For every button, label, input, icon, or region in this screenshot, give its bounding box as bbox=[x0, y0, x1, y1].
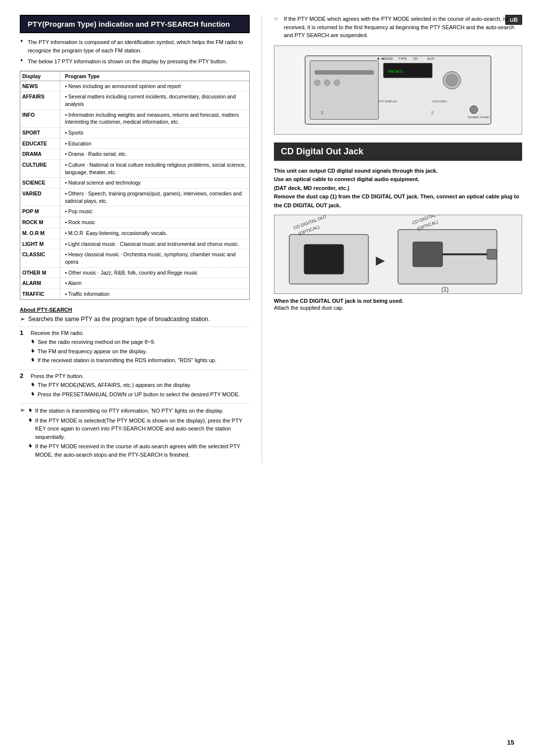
when-not-used: When the CD DIGITAL OUT jack is not bein… bbox=[274, 298, 522, 304]
pty-search-section: About PTY-SEARCH ➢ Searches the same PTY… bbox=[20, 307, 250, 459]
pty-table-row: DRAMA• Drama · Radio serial, etc. bbox=[20, 149, 249, 160]
device-svg: FM 98.5 2 2 BAND TYPE CD AUX ◄ ► PTY DIS… bbox=[274, 46, 522, 134]
svg-text:(1): (1) bbox=[442, 286, 449, 293]
pty-table-row: ALARM• Alarm bbox=[20, 278, 249, 289]
col-display-header: Display bbox=[20, 71, 60, 81]
svg-text:PTY DISPLAY: PTY DISPLAY bbox=[378, 99, 397, 102]
pty-table-row: INFO• Information including weights and … bbox=[20, 109, 249, 127]
pty-display-cell: LIGHT M bbox=[20, 238, 60, 249]
step-number: 1 bbox=[20, 329, 27, 336]
pty-program-cell: • Sports bbox=[60, 127, 249, 138]
pty-program-cell: • Culture · National or local culture in… bbox=[60, 160, 249, 178]
step-bullet: ✦See the radio receiving method on the p… bbox=[31, 338, 250, 346]
step-bullet: ✦The FM and frequency appear on the disp… bbox=[31, 347, 250, 356]
pty-program-cell: • Several matters including current inci… bbox=[60, 92, 249, 109]
pty-table-container: Display Program Type NEWS• News includin… bbox=[20, 71, 250, 300]
svg-text:◄ ►: ◄ ► bbox=[376, 56, 385, 60]
pty-display-cell: ROCK M bbox=[20, 217, 60, 228]
svg-rect-31 bbox=[487, 249, 497, 259]
pty-table-row: CULTURE• Culture · National or local cul… bbox=[20, 160, 249, 178]
pty-table-row: M. O.R M• M.O.R ·Easy-listening, occasio… bbox=[20, 228, 249, 238]
step-bullet: ✦Press the PRESET/MANUAL DOWN or UP butt… bbox=[31, 390, 250, 399]
step-bullet: ✦The PTY MODE(NEWS, AFFAIRS, etc.) appea… bbox=[31, 381, 250, 389]
arrow-right-icon: ➢ bbox=[20, 315, 25, 323]
intro-bullet-1: The PTY information is composed of an id… bbox=[20, 38, 250, 54]
pty-program-cell: • Natural science and technology bbox=[60, 178, 249, 189]
svg-rect-24 bbox=[304, 244, 344, 274]
cd-digital-section: CD Digital Out Jack This unit can output… bbox=[274, 142, 522, 311]
pty-table-row: TRAFFIC• Traffic information bbox=[20, 288, 249, 299]
pty-display-cell: M. O.R M bbox=[20, 228, 60, 238]
left-section-title: PTY(Program Type) indication and PTY-SEA… bbox=[20, 15, 250, 33]
when-not-used-title: When the CD DIGITAL OUT jack is not bein… bbox=[274, 298, 403, 304]
pty-program-cell: • News including an announced opinion an… bbox=[60, 81, 249, 92]
cd-title-text: CD Digital Out Jack bbox=[281, 146, 363, 156]
cd-intro-line-2: Use an optical cable to connect digital … bbox=[274, 175, 522, 184]
right-col-wrapper: GB If the PTY MODE which agrees with the… bbox=[274, 15, 522, 40]
svg-text:FM 98.5: FM 98.5 bbox=[388, 69, 403, 74]
pty-display-cell: POP M bbox=[20, 206, 60, 217]
svg-rect-29 bbox=[413, 242, 443, 267]
svg-point-19 bbox=[470, 105, 478, 113]
pty-display-cell: VARIED bbox=[20, 189, 60, 206]
svg-point-4 bbox=[324, 80, 330, 86]
cd-intro-line-4: Remove the dust cap (1) from the CD DIGI… bbox=[274, 192, 522, 210]
pty-program-cell: • Pop music bbox=[60, 206, 249, 217]
page-layout: PTY(Program Type) indication and PTY-SEA… bbox=[20, 15, 514, 463]
pty-table-row: LIGHT M• Light classical music · Classic… bbox=[20, 238, 249, 249]
col-program-header: Program Type bbox=[60, 71, 249, 81]
svg-text:2: 2 bbox=[321, 110, 323, 115]
pty-display-cell: NEWS bbox=[20, 81, 60, 92]
pty-display-cell: EDUCATE bbox=[20, 138, 60, 149]
pty-table-row: VARIED• Others · Speech, training progra… bbox=[20, 189, 249, 206]
step-item: 1 Receive the FM radio. ✦See the radio r… bbox=[20, 327, 250, 366]
svg-text:SYNCHRO: SYNCHRO bbox=[432, 99, 447, 102]
pty-table-row: EDUCATE• Education bbox=[20, 138, 249, 149]
pty-note-arrow: ➢ ✦If the station is transmitting no PTY… bbox=[20, 407, 250, 459]
step-main: Press the PTY button. bbox=[31, 372, 250, 380]
pty-search-title: About PTY-SEARCH bbox=[20, 307, 250, 313]
pty-table: Display Program Type NEWS• News includin… bbox=[20, 71, 249, 299]
pty-program-cell: • Drama · Radio serial, etc. bbox=[60, 149, 249, 160]
pty-search-text: Searches the same PTY as the program typ… bbox=[28, 316, 210, 323]
svg-point-5 bbox=[334, 80, 340, 86]
intro-bullet-2: The below 17 PTY information is shown on… bbox=[20, 57, 250, 66]
svg-rect-1 bbox=[310, 60, 378, 119]
attach-note: Attach the supplied dust cap. bbox=[274, 305, 522, 311]
pty-program-cell: • Alarm bbox=[60, 278, 249, 289]
pty-program-cell: • Rock music bbox=[60, 217, 249, 228]
pty-display-cell: SCIENCE bbox=[20, 178, 60, 189]
pty-display-cell: ALARM bbox=[20, 278, 60, 289]
right-note: If the PTY MODE which agrees with the PT… bbox=[274, 15, 522, 40]
cd-intro-line-1: This unit can output CD digital sound si… bbox=[274, 167, 522, 176]
pty-table-row: AFFAIRS• Several matters including curre… bbox=[20, 92, 249, 109]
svg-point-3 bbox=[314, 80, 320, 86]
arrow-note-icon: ➢ bbox=[20, 406, 25, 414]
device-image: FM 98.5 2 2 BAND TYPE CD AUX ◄ ► PTY DIS… bbox=[274, 46, 522, 135]
pty-display-cell: DRAMA bbox=[20, 149, 60, 160]
pty-note-text: ✦If the station is transmitting no PTY i… bbox=[28, 407, 250, 459]
cd-intro-line-3: (DAT deck, MD recorder, etc.) bbox=[274, 184, 522, 193]
pty-table-row: ROCK M• Rock music bbox=[20, 217, 249, 228]
pty-program-cell: • Traffic information bbox=[60, 288, 249, 299]
left-column: PTY(Program Type) indication and PTY-SEA… bbox=[20, 15, 262, 463]
pty-display-cell: CLASSIC bbox=[20, 249, 60, 267]
svg-text:▶: ▶ bbox=[376, 253, 385, 267]
step-main: Receive the FM radio. bbox=[31, 329, 250, 337]
step-item: 2 Press the PTY button. ✦The PTY MODE(NE… bbox=[20, 370, 250, 400]
pty-table-row: CLASSIC• Heavy classical music · Orchest… bbox=[20, 249, 249, 267]
svg-text:AUX: AUX bbox=[427, 56, 435, 60]
pty-program-cell: • Light classical music · Classical musi… bbox=[60, 238, 249, 249]
pty-display-cell: CULTURE bbox=[20, 160, 60, 178]
pty-table-row: POP M• Pop music bbox=[20, 206, 249, 217]
step-content: Press the PTY button. ✦The PTY MODE(NEWS… bbox=[31, 372, 250, 400]
svg-rect-2 bbox=[315, 70, 374, 74]
step-bullet: ✦If the received station is transmitting… bbox=[31, 356, 250, 365]
page-number: 15 bbox=[507, 739, 514, 746]
pty-program-cell: • Heavy classical music · Orchestra musi… bbox=[60, 249, 249, 267]
pty-program-cell: • Information including weights and meas… bbox=[60, 109, 249, 127]
connector-svg: CD DIGITAL OUT (OPTICAL) ▶ CD DIGITAL OU… bbox=[274, 215, 522, 294]
pty-program-cell: • Education bbox=[60, 138, 249, 149]
step-number: 2 bbox=[20, 372, 27, 379]
pty-display-cell: INFO bbox=[20, 109, 60, 127]
